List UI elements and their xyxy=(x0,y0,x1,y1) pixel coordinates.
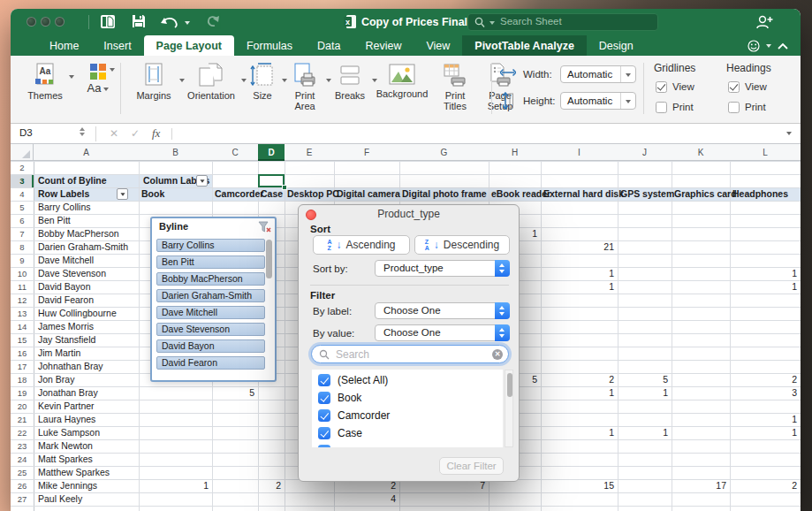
width-select[interactable]: Automatic xyxy=(560,65,636,83)
row-header-21[interactable]: 21 xyxy=(11,413,34,426)
byline-slicer[interactable]: Byline Barry CollinsBen PittBobby MacPhe… xyxy=(150,217,277,382)
checked-checkbox-icon[interactable] xyxy=(318,427,330,439)
checked-checkbox-icon[interactable] xyxy=(318,409,330,422)
row-header-7[interactable]: 7 xyxy=(11,227,34,240)
filter-item[interactable]: (Select All) xyxy=(318,371,388,389)
slicer-item[interactable]: Darien Graham-Smith xyxy=(156,289,265,302)
filter-list-scrollbar[interactable] xyxy=(505,370,513,447)
row-header-23[interactable]: 23 xyxy=(11,439,34,453)
height-caret-icon[interactable] xyxy=(620,93,635,109)
filter-item[interactable]: Book xyxy=(318,389,361,407)
sort-by-select[interactable]: Product_type xyxy=(375,260,510,277)
slicer-item[interactable]: David Bayon xyxy=(156,339,265,353)
select-all-corner[interactable] xyxy=(11,144,34,161)
slicer-item[interactable]: Dave Mitchell xyxy=(156,306,265,319)
row-header-19[interactable]: 19 xyxy=(11,386,34,400)
height-select[interactable]: Automatic xyxy=(560,92,636,110)
formula-bar-expand-icon[interactable] xyxy=(786,132,792,135)
row-header-15[interactable]: 15 xyxy=(11,333,34,347)
tab-view[interactable]: View xyxy=(414,35,462,56)
headings-print-checkbox[interactable]: Print xyxy=(728,102,766,113)
tab-review[interactable]: Review xyxy=(353,35,414,56)
collapse-ribbon-icon[interactable] xyxy=(778,42,788,50)
row-header-13[interactable]: 13 xyxy=(11,307,34,320)
ribbon-print-titles-button[interactable]: PrintTitles xyxy=(436,63,474,111)
search-sheet-field[interactable]: Search Sheet xyxy=(467,13,658,31)
fill-handle[interactable] xyxy=(282,185,287,190)
sort-ascending-button[interactable]: AZ↓Ascending xyxy=(313,235,410,255)
slicer-scrollbar-thumb[interactable] xyxy=(266,240,272,278)
row-header-20[interactable]: 20 xyxy=(11,400,34,413)
row-header-18[interactable]: 18 xyxy=(11,373,34,386)
row-header-25[interactable]: 25 xyxy=(11,466,34,479)
row-header-14[interactable]: 14 xyxy=(11,320,34,333)
clear-filter-button[interactable]: Clear Filter xyxy=(439,457,504,475)
gridlines-print-checkbox[interactable]: Print xyxy=(656,102,694,113)
checked-checkbox-icon[interactable] xyxy=(318,374,330,386)
cancel-entry-icon[interactable]: ✕ xyxy=(110,127,118,140)
slicer-item[interactable]: Dave Stevenson xyxy=(156,323,265,336)
filter-search-input[interactable]: Search ✕ xyxy=(311,345,509,363)
column-header-B[interactable]: B xyxy=(139,144,212,160)
column-header-A[interactable]: A xyxy=(34,144,139,160)
checked-checkbox-icon[interactable] xyxy=(318,392,330,404)
stepper-icon[interactable] xyxy=(495,260,510,277)
row-header-11[interactable]: 11 xyxy=(11,280,34,294)
themes-button[interactable]: Aa Themes xyxy=(25,63,65,101)
filter-item-partial[interactable] xyxy=(318,442,330,447)
row-header-27[interactable]: 27 xyxy=(11,492,34,506)
clear-search-icon[interactable]: ✕ xyxy=(492,349,503,360)
ribbon-margins-button[interactable]: Margins xyxy=(131,63,177,101)
width-caret-icon[interactable] xyxy=(620,66,635,82)
row-header-22[interactable]: 22 xyxy=(11,426,34,439)
checked-checkbox-icon[interactable] xyxy=(318,445,330,447)
tab-formulas[interactable]: Formulas xyxy=(234,35,305,56)
slicer-item[interactable]: Bobby MacPherson xyxy=(156,272,265,286)
stepper-icon[interactable] xyxy=(495,302,510,319)
slicer-item[interactable]: David Fearon xyxy=(156,356,265,370)
name-box[interactable]: D3 xyxy=(19,127,33,138)
theme-colors-caret-icon[interactable] xyxy=(110,68,115,72)
column-header-E[interactable]: E xyxy=(285,144,334,160)
row-header-16[interactable]: 16 xyxy=(11,347,34,360)
column-header-L[interactable]: L xyxy=(730,144,801,160)
funnel-x-icon[interactable] xyxy=(258,221,272,237)
column-header-H[interactable]: H xyxy=(489,144,541,160)
add-person-icon[interactable] xyxy=(755,15,773,33)
column-labels-dropdown-icon[interactable] xyxy=(196,175,208,187)
column-header-G[interactable]: G xyxy=(399,144,489,160)
row-header-8[interactable]: 8 xyxy=(11,240,34,254)
row-header-24[interactable]: 24 xyxy=(11,453,34,466)
tab-data[interactable]: Data xyxy=(305,35,353,56)
tab-home[interactable]: Home xyxy=(37,35,91,56)
column-header-I[interactable]: I xyxy=(541,144,618,160)
column-header-F[interactable]: F xyxy=(334,144,399,160)
tab-page-layout[interactable]: Page Layout xyxy=(144,35,234,56)
row-header-10[interactable]: 10 xyxy=(11,267,34,280)
by-label-select[interactable]: Choose One xyxy=(375,302,510,319)
row-header-26[interactable]: 26 xyxy=(11,479,34,492)
smiley-caret-icon[interactable] xyxy=(766,44,771,48)
row-header-3[interactable]: 3 xyxy=(11,174,34,187)
by-value-select[interactable]: Choose One xyxy=(375,324,510,341)
name-box-stepper[interactable] xyxy=(80,127,85,136)
filter-item[interactable]: Case xyxy=(318,424,362,442)
tab-pivottable-analyze[interactable]: PivotTable Analyze xyxy=(462,35,587,56)
smiley-icon[interactable] xyxy=(747,40,760,52)
column-header-D[interactable]: D xyxy=(258,144,285,161)
slicer-item[interactable]: Ben Pitt xyxy=(156,256,265,269)
row-header-4[interactable]: 4 xyxy=(11,187,34,201)
product-type-filter-dialog[interactable]: Product_type Sort AZ↓Ascending ZA↓Descen… xyxy=(298,204,520,482)
ribbon-size-button[interactable]: Size xyxy=(246,63,279,101)
tab-design[interactable]: Design xyxy=(587,35,646,56)
row-header-17[interactable]: 17 xyxy=(11,360,34,373)
gridlines-view-checkbox[interactable]: View xyxy=(656,81,694,93)
ribbon-background-button[interactable]: Background xyxy=(375,63,429,99)
ribbon-breaks-button[interactable]: Breaks xyxy=(330,63,369,101)
filter-item[interactable]: Camcorder xyxy=(318,407,390,424)
selected-cell[interactable] xyxy=(258,174,285,187)
row-header-12[interactable]: 12 xyxy=(11,294,34,307)
insert-function-icon[interactable]: fx xyxy=(152,126,160,141)
theme-colors-button[interactable]: Aa xyxy=(83,63,113,94)
row-labels-dropdown-icon[interactable] xyxy=(117,188,128,200)
